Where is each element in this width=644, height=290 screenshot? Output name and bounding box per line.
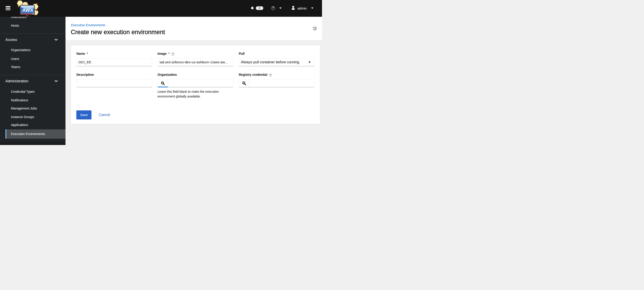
svg-text:AWX: AWX bbox=[22, 8, 34, 13]
